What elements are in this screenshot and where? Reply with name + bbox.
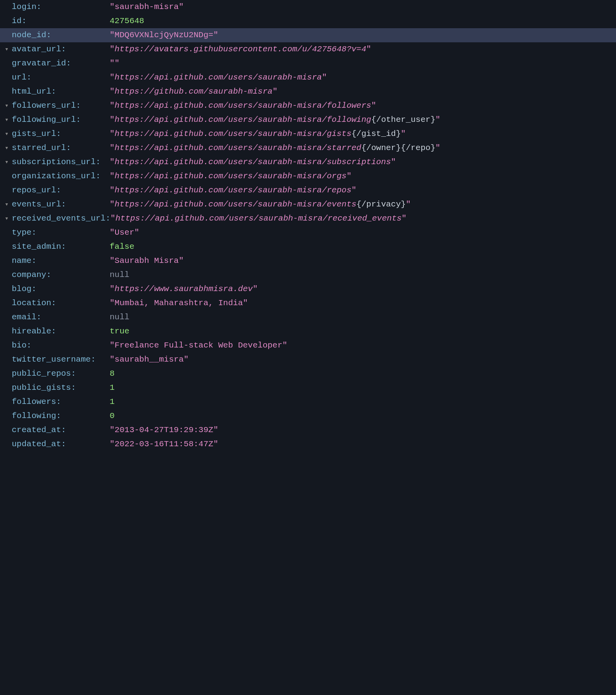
json-row-company[interactable]: ▼companynull [0,268,616,282]
expand-toggle-icon[interactable]: ▼ [3,46,10,53]
json-value: null [110,268,129,282]
json-value: null [110,310,129,324]
json-row-gravatar-id[interactable]: ▼gravatar_id"" [0,56,616,71]
json-value: "https://api.github.com/users/saurabh-mi… [110,71,327,85]
json-value: "https://api.github.com/users/saurabh-mi… [110,183,356,197]
json-value: "https://api.github.com/users/saurabh-mi… [110,169,352,183]
json-row-avatar-url[interactable]: ▼avatar_url"https://avatars.githubuserco… [0,42,616,56]
json-row-created-at[interactable]: ▼created_at"2013-04-27T19:29:39Z" [0,423,616,437]
json-row-bio[interactable]: ▼bio"Freelance Full-stack Web Developer" [0,338,616,353]
json-key: following [12,409,110,423]
json-key: login [12,0,110,14]
expand-toggle-icon[interactable]: ▼ [3,116,10,124]
json-row-following[interactable]: ▼following0 [0,409,616,423]
expand-toggle-icon[interactable]: ▼ [3,145,10,152]
json-key: created_at [12,423,110,437]
json-row-starred-url[interactable]: ▼starred_url"https://api.github.com/user… [0,141,616,155]
json-value: "https://api.github.com/users/saurabh-mi… [110,212,406,226]
json-row-login[interactable]: ▼login"saurabh-misra" [0,0,616,14]
json-row-organizations-url[interactable]: ▼organizations_url"https://api.github.co… [0,169,616,183]
json-row-updated-at[interactable]: ▼updated_at"2022-03-16T11:58:47Z" [0,437,616,451]
json-key: bio [12,338,110,353]
json-row-events-url[interactable]: ▼events_url"https://api.github.com/users… [0,197,616,212]
json-row-node-id[interactable]: ▼node_id"MDQ6VXNlcjQyNzU2NDg=" [0,28,616,42]
json-value: "https://api.github.com/users/saurabh-mi… [110,127,406,141]
json-value: "https://api.github.com/users/saurabh-mi… [110,99,376,113]
json-row-html-url[interactable]: ▼html_url"https://github.com/saurabh-mis… [0,85,616,99]
json-key: following_url [12,113,110,127]
expand-toggle-icon[interactable]: ▼ [3,201,10,208]
json-value: "Mumbai, Maharashtra, India" [110,296,248,310]
json-value: 1 [110,395,115,409]
json-row-type[interactable]: ▼type"User" [0,226,616,240]
json-value: 4275648 [110,14,144,28]
json-row-followers[interactable]: ▼followers1 [0,395,616,409]
json-key: received_events_url [12,212,110,226]
json-value: false [110,240,134,254]
json-key: twitter_username [12,353,110,367]
json-row-public-repos[interactable]: ▼public_repos8 [0,367,616,381]
json-row-hireable[interactable]: ▼hireabletrue [0,324,616,338]
expand-toggle-icon[interactable]: ▼ [3,159,10,166]
json-row-id[interactable]: ▼id4275648 [0,14,616,28]
json-key: node_id [12,28,110,42]
json-value: "https://www.saurabhmisra.dev" [110,282,258,296]
json-value: "https://github.com/saurabh-misra" [110,85,277,99]
json-row-gists-url[interactable]: ▼gists_url"https://api.github.com/users/… [0,127,616,141]
json-key: email [12,310,110,324]
expand-toggle-icon[interactable]: ▼ [3,215,10,223]
json-key: url [12,71,110,85]
json-row-twitter-username[interactable]: ▼twitter_username"saurabh__misra" [0,353,616,367]
json-row-repos-url[interactable]: ▼repos_url"https://api.github.com/users/… [0,183,616,197]
json-key: events_url [12,197,110,212]
json-value: 0 [110,409,115,423]
json-key: starred_url [12,141,110,155]
json-row-followers-url[interactable]: ▼followers_url"https://api.github.com/us… [0,99,616,113]
json-key: site_admin [12,240,110,254]
expand-toggle-icon[interactable]: ▼ [3,130,10,138]
json-key: repos_url [12,183,110,197]
json-key: avatar_url [12,42,110,56]
json-row-name[interactable]: ▼name"Saurabh Misra" [0,254,616,268]
json-key: company [12,268,110,282]
json-row-public-gists[interactable]: ▼public_gists1 [0,381,616,395]
json-value: "2022-03-16T11:58:47Z" [110,437,218,451]
json-key: followers [12,395,110,409]
json-value: 8 [110,367,115,381]
json-value: true [110,324,129,338]
json-key: followers_url [12,99,110,113]
json-key: gravatar_id [12,56,110,71]
json-key: public_gists [12,381,110,395]
json-key: blog [12,282,110,296]
json-tree: ▼login"saurabh-misra"▼id4275648▼node_id"… [0,0,616,451]
json-key: hireable [12,324,110,338]
json-row-email[interactable]: ▼emailnull [0,310,616,324]
json-row-site-admin[interactable]: ▼site_adminfalse [0,240,616,254]
json-key: type [12,226,110,240]
json-value: "User" [110,226,139,240]
json-key: organizations_url [12,169,110,183]
json-value: "Freelance Full-stack Web Developer" [110,338,287,353]
json-value: "https://api.github.com/users/saurabh-mi… [110,113,440,127]
json-value: "MDQ6VXNlcjQyNzU2NDg=" [110,28,218,42]
expand-toggle-icon[interactable]: ▼ [3,102,10,110]
json-value: "https://api.github.com/users/saurabh-mi… [110,155,396,169]
json-row-url[interactable]: ▼url"https://api.github.com/users/saurab… [0,71,616,85]
json-key: location [12,296,110,310]
json-row-blog[interactable]: ▼blog"https://www.saurabhmisra.dev" [0,282,616,296]
json-row-location[interactable]: ▼location"Mumbai, Maharashtra, India" [0,296,616,310]
json-value: "" [110,56,119,71]
json-value: "https://avatars.githubusercontent.com/u… [110,42,371,56]
json-value: "2013-04-27T19:29:39Z" [110,423,218,437]
json-key: updated_at [12,437,110,451]
json-value: "https://api.github.com/users/saurabh-mi… [110,197,411,212]
json-row-received-events-url[interactable]: ▼received_events_url"https://api.github.… [0,212,616,226]
json-value: "Saurabh Misra" [110,254,184,268]
json-key: html_url [12,85,110,99]
json-key: public_repos [12,367,110,381]
json-row-subscriptions-url[interactable]: ▼subscriptions_url"https://api.github.co… [0,155,616,169]
json-key: subscriptions_url [12,155,110,169]
json-row-following-url[interactable]: ▼following_url"https://api.github.com/us… [0,113,616,127]
json-key: id [12,14,110,28]
json-value: 1 [110,381,115,395]
